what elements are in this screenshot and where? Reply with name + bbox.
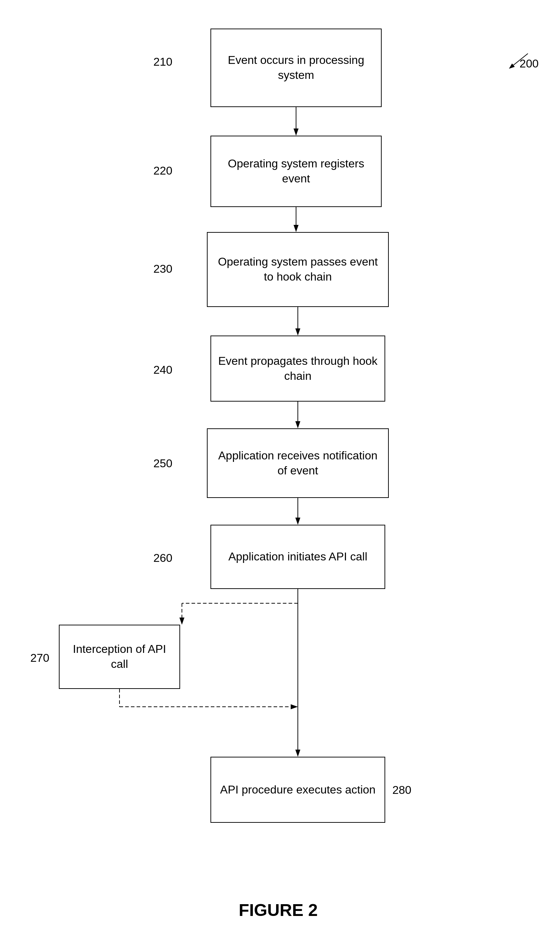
- diagram-container: 200 210 Event occurs in processing syste…: [0, 0, 560, 952]
- step-label-230: 230: [153, 262, 172, 275]
- step-label-280: 280: [392, 784, 411, 797]
- step-label-270: 270: [30, 651, 49, 665]
- step-box-250: Application receives notification of eve…: [207, 428, 389, 498]
- step-label-240: 240: [153, 363, 172, 377]
- figure-title: FIGURE 2: [207, 900, 350, 920]
- step-box-280: API procedure executes action: [210, 757, 385, 823]
- step-label-250: 250: [153, 457, 172, 470]
- step-box-220: Operating system registers event: [210, 136, 382, 207]
- step-box-210: Event occurs in processing system: [210, 29, 382, 107]
- step-box-240: Event propagates through hook chain: [210, 335, 385, 402]
- step-box-260: Application initiates API call: [210, 525, 385, 589]
- step-box-270: Interception of API call: [59, 625, 180, 689]
- step-label-220: 220: [153, 164, 172, 178]
- svg-line-0: [510, 54, 528, 68]
- step-label-210: 210: [153, 55, 172, 68]
- step-label-260: 260: [153, 552, 172, 565]
- step-box-230: Operating system passes event to hook ch…: [207, 232, 389, 307]
